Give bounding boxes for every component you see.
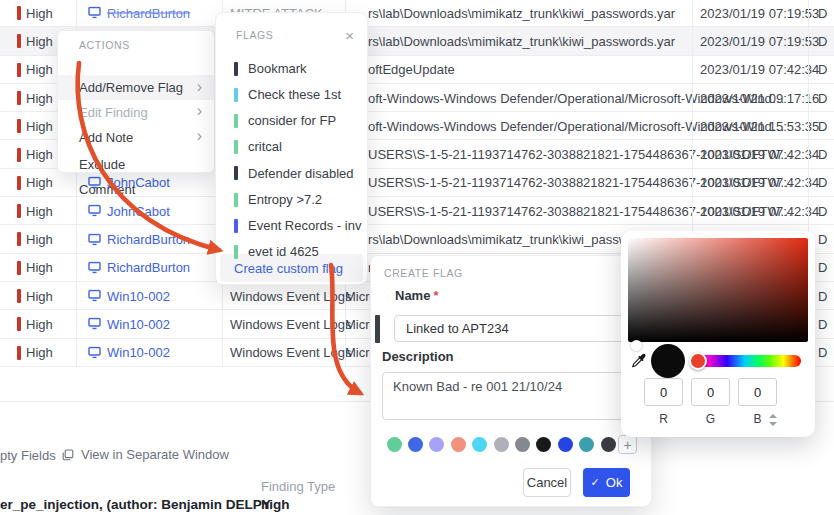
host-name: Win10-002	[107, 345, 170, 360]
host-link[interactable]: RichardBurton	[88, 232, 190, 247]
menu-item-add-remove-flag[interactable]: Add/Remove Flag›	[58, 75, 214, 100]
host-link[interactable]: Win10-002	[88, 288, 170, 303]
severity-label: High	[26, 62, 53, 77]
timestamp-value: 2023/10/21 09:17:16	[700, 90, 819, 105]
flag-item-critcal[interactable]: critcal	[216, 137, 367, 157]
ok-button[interactable]: ✓ Ok	[583, 468, 630, 497]
chevron-right-icon: ›	[197, 103, 202, 119]
host-link[interactable]: JohnCabot	[88, 203, 170, 218]
hue-slider-thumb[interactable]	[689, 352, 707, 370]
menu-item-edit-finding[interactable]: Edit Finding›	[58, 100, 214, 125]
selected-flag-color-bar	[375, 315, 380, 343]
hue-slider[interactable]	[692, 355, 801, 367]
menu-item-comment[interactable]: Comment	[58, 177, 214, 202]
flag-name-input[interactable]	[394, 315, 639, 342]
red-input[interactable]	[644, 378, 683, 406]
color-swatch[interactable]	[601, 437, 616, 452]
flag-item-evet-id-4625[interactable]: evet id 4625	[216, 242, 367, 262]
color-swatch[interactable]	[558, 437, 573, 452]
host-link[interactable]: Win10-002	[88, 316, 170, 331]
view-separate-window-button[interactable]: View in Separate Window	[62, 447, 229, 462]
host-name: Win10-002	[107, 288, 170, 303]
extra-column-value: D	[818, 316, 827, 331]
flag-item-label: Defender disabled	[248, 166, 354, 181]
extra-column-value: D	[818, 345, 827, 360]
green-label: G	[691, 412, 730, 426]
color-swatch[interactable]	[494, 437, 509, 452]
severity-label: High	[26, 118, 53, 133]
saturation-brightness-area[interactable]	[628, 238, 808, 342]
timestamp-value: 2023/01/19 07:42:34	[700, 147, 819, 162]
artifact-type: Windows Event Logs	[230, 345, 351, 360]
name-label-text: Name	[395, 288, 430, 303]
flag-item-check-these-1st[interactable]: Check these 1st	[216, 85, 367, 105]
menu-item-add-note[interactable]: Add Note›	[58, 125, 214, 150]
extra-column-value: D	[818, 203, 827, 218]
severity-label: High	[26, 175, 53, 190]
host-name: JohnCabot	[107, 203, 170, 218]
timestamp-value: 2023/01/19 07:19:53	[700, 5, 819, 20]
severity-label: High	[26, 5, 53, 20]
severity-label: High	[26, 345, 53, 360]
blue-input[interactable]	[738, 378, 777, 406]
flag-item-label: consider for FP	[248, 113, 336, 128]
red-label: R	[644, 412, 683, 426]
color-swatch[interactable]	[536, 437, 551, 452]
severity-bar	[17, 91, 21, 105]
host-link[interactable]: RichardBurton	[88, 5, 190, 20]
host-link[interactable]: Win10-002	[88, 345, 170, 360]
severity-label: High	[26, 316, 53, 331]
chevron-right-icon: ›	[197, 79, 202, 95]
add-color-button[interactable]: +	[618, 435, 637, 454]
empty-fields-toggle[interactable]: pty Fields	[0, 448, 56, 463]
rgb-mode-toggle-icon[interactable]	[768, 414, 778, 426]
close-icon[interactable]: ×	[345, 28, 354, 43]
flag-color-bar	[234, 62, 238, 76]
extra-column-value: D	[818, 118, 827, 133]
flag-item-label: Check these 1st	[248, 87, 341, 102]
separate-window-icon	[62, 449, 74, 461]
host-name: Win10-002	[107, 316, 170, 331]
host-name: RichardBurton	[107, 260, 190, 275]
color-swatch[interactable]	[515, 437, 530, 452]
artifact-type: Windows Event Logs	[230, 288, 351, 303]
color-swatch[interactable]	[408, 437, 423, 452]
menu-item-exclude[interactable]: Exclude	[58, 152, 214, 177]
flag-item-consider-for-fp[interactable]: consider for FP	[216, 111, 367, 131]
description-field-label: Description	[382, 349, 454, 364]
flag-item-defender-disabled[interactable]: Defender disabled	[216, 163, 367, 183]
severity-bar	[17, 148, 21, 162]
saturation-cursor[interactable]	[631, 340, 642, 351]
chevron-right-icon: ›	[197, 128, 202, 144]
color-swatch[interactable]	[451, 437, 466, 452]
severity-bar	[17, 261, 21, 275]
flag-item-label: evet id 4625	[248, 244, 319, 259]
create-flag-dialog: CREATE FLAG Name* Description Known Bad …	[370, 255, 652, 507]
flag-description-input[interactable]: Known Bad - re 001 21/10/24	[382, 372, 640, 420]
flag-color-bar	[234, 166, 238, 180]
cancel-button[interactable]: Cancel	[523, 468, 571, 497]
color-swatch[interactable]	[387, 437, 402, 452]
severity-bar	[17, 176, 21, 190]
host-link[interactable]: RichardBurton	[88, 260, 190, 275]
monitor-icon	[88, 290, 101, 302]
severity-label: High	[26, 90, 53, 105]
flag-item-event-records-inv[interactable]: Event Records - inv	[216, 216, 367, 236]
flags-panel-header: FLAGS	[236, 29, 273, 41]
severity-bar	[17, 289, 21, 303]
host-name: RichardBurton	[107, 232, 190, 247]
flag-color-bar	[234, 140, 238, 154]
flags-panel: FLAGS × Create custom flag BookmarkCheck…	[215, 12, 368, 285]
color-swatch[interactable]	[429, 437, 444, 452]
color-swatch[interactable]	[579, 437, 594, 452]
green-input[interactable]	[691, 378, 730, 406]
table-row[interactable]: High RichardBurton MITRE ATTACK rs\lab\D…	[0, 0, 834, 27]
timestamp-value: 2023/01/19 07:19:53	[700, 33, 819, 48]
flag-item-entropy-7-2[interactable]: Entropy >7.2	[216, 190, 367, 210]
eyedropper-icon[interactable]	[630, 352, 648, 370]
color-swatch[interactable]	[472, 437, 487, 452]
path-value: rs\lab\Downloads\mimikatz_trunk\kiwi_pas…	[368, 5, 675, 20]
required-asterisk: *	[433, 288, 438, 303]
menu-item-label: Comment	[79, 182, 135, 197]
flag-item-bookmark[interactable]: Bookmark	[216, 59, 367, 79]
